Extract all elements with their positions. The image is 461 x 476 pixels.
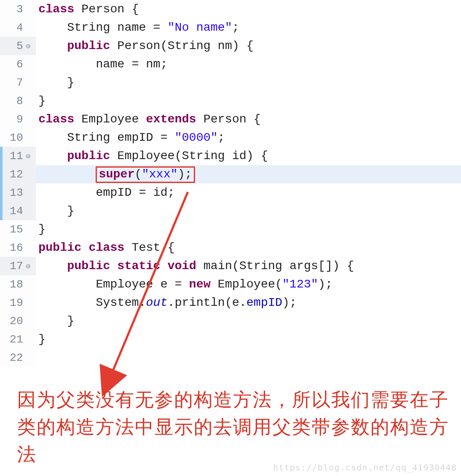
line-number: 3 [3,3,23,16]
line-number: 22 [3,351,23,364]
gutter-row: 20 [0,312,36,330]
code-line: public class Test { [36,238,461,257]
code-area[interactable]: class Person { String name = "No name"; … [36,0,461,367]
line-number: 9 [3,113,23,126]
code-editor: 345⊖67891011⊖121314151617⊖1819202122 cla… [0,0,461,367]
line-number: 13 [3,186,23,199]
gutter-row: 5⊖ [0,37,36,55]
code-line: class Person { [36,0,461,18]
line-number: 18 [3,278,23,291]
code-line [36,348,461,367]
code-line: } [36,92,461,110]
gutter-row: 6 [0,55,36,73]
line-number: 15 [3,223,23,236]
code-line: System.out.println(e.empID); [36,293,461,312]
highlight-box: super("xxx"); [96,166,195,183]
line-number: 14 [3,205,23,218]
gutter-row: 13 [0,183,36,202]
line-number: 20 [3,315,23,328]
code-line: public Employee(String id) { [36,147,461,165]
gutter-row: 9 [0,110,36,128]
code-line-highlighted: super("xxx"); [36,165,461,183]
gutter-row: 3 [0,0,36,18]
code-line: } [36,202,461,220]
gutter-row: 17⊖ [0,257,36,275]
code-line: public Person(String nm) { [36,37,461,55]
code-line: String name = "No name"; [36,18,461,37]
gutter-row: 22 [0,348,36,367]
fold-toggle-icon[interactable]: ⊖ [24,151,32,161]
line-number: 5 [3,40,23,52]
annotation-text: 因为父类没有无参的构造方法，所以我们需要在子类的构造方法中显示的去调用父类带参数… [17,386,452,467]
code-line: name = nm; [36,55,461,73]
line-number: 11 [3,150,23,163]
line-number: 4 [3,21,23,34]
line-number: 21 [3,333,23,346]
gutter-row: 10 [0,128,36,147]
line-number: 17 [3,260,23,273]
line-number: 10 [3,131,23,144]
line-number: 19 [3,296,23,309]
gutter-row: 16 [0,238,36,257]
code-line: Employee e = new Employee("123"); [36,275,461,293]
gutter-row: 4 [0,18,36,37]
gutter-row: 12 [0,165,36,183]
line-number: 6 [3,58,23,71]
fold-toggle-icon[interactable]: ⊖ [24,261,32,271]
gutter-row: 8 [0,92,36,110]
code-line: public static void main(String args[]) { [36,257,461,275]
code-line: } [36,312,461,330]
line-number: 12 [3,168,23,181]
watermark: https://blog.csdn.net/qq_41930448 [273,462,457,473]
line-gutter: 345⊖67891011⊖121314151617⊖1819202122 [0,0,36,367]
code-line: } [36,330,461,348]
gutter-row: 18 [0,275,36,293]
code-line: } [36,220,461,238]
line-number: 8 [3,95,23,107]
code-line: class Employee extends Person { [36,110,461,128]
gutter-row: 21 [0,330,36,348]
code-line: String empID = "0000"; [36,128,461,147]
gutter-row: 11⊖ [0,147,36,165]
gutter-row: 14 [0,202,36,220]
gutter-row: 15 [0,220,36,238]
gutter-row: 19 [0,293,36,312]
code-line: } [36,73,461,92]
fold-toggle-icon[interactable]: ⊖ [24,41,32,51]
line-number: 7 [3,76,23,89]
line-number: 16 [3,241,23,254]
gutter-row: 7 [0,73,36,92]
code-line: empID = id; [36,183,461,202]
